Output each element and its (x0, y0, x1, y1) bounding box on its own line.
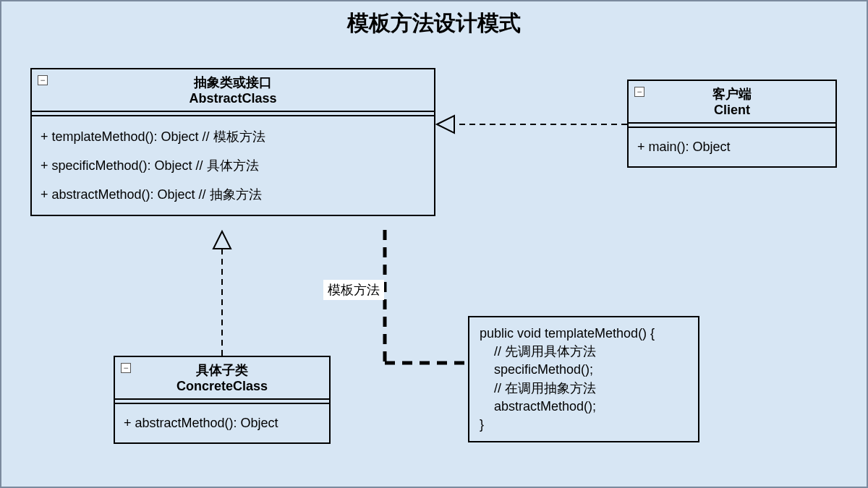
client-header: − 客户端 Client (629, 81, 835, 124)
method-row: + main(): Object (637, 134, 827, 160)
concrete-class-header: − 具体子类 ConcreteClass (115, 357, 329, 400)
method-row: + templateMethod(): Object // 模板方法 (41, 122, 425, 151)
concrete-class-box: − 具体子类 ConcreteClass + abstractMethod():… (114, 356, 331, 444)
diagram-title: 模板方法设计模式 (1, 9, 867, 38)
concrete-class-body: + abstractMethod(): Object (115, 404, 329, 442)
collapse-icon[interactable]: − (38, 75, 48, 85)
abstract-class-header: − 抽象类或接口 AbstractClass (32, 69, 434, 112)
collapse-icon[interactable]: − (121, 363, 131, 373)
client-box: − 客户端 Client + main(): Object (627, 80, 837, 168)
abstract-class-body: + templateMethod(): Object // 模板方法 + spe… (32, 116, 434, 215)
client-subtitle: 客户端 (636, 85, 828, 103)
code-box: public void templateMethod() { // 先调用具体方… (468, 316, 699, 442)
abstract-class-box: − 抽象类或接口 AbstractClass + templateMethod(… (30, 68, 435, 216)
svg-marker-1 (437, 116, 454, 133)
svg-marker-3 (213, 231, 231, 249)
method-row: + specificMethod(): Object // 具体方法 (41, 151, 425, 180)
connector-label: 模板方法 (323, 280, 384, 300)
abstract-class-name: AbstractClass (39, 91, 427, 106)
abstract-class-subtitle: 抽象类或接口 (39, 74, 427, 91)
method-row: + abstractMethod(): Object (124, 410, 320, 437)
method-row: + abstractMethod(): Object // 抽象方法 (41, 180, 425, 209)
client-name: Client (636, 103, 828, 118)
client-body: + main(): Object (629, 128, 835, 166)
concrete-class-name: ConcreteClass (122, 379, 322, 394)
collapse-icon[interactable]: − (634, 87, 644, 97)
concrete-class-subtitle: 具体子类 (122, 361, 322, 379)
